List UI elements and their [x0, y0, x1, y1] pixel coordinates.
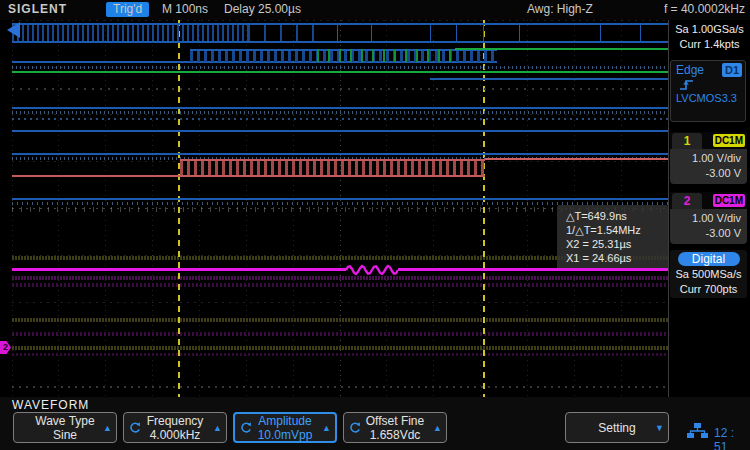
- acquisition-info: Sa 1.00GSa/s Curr 1.4kpts: [669, 22, 750, 52]
- frequency-counter: f = 40.0002kHz: [664, 2, 745, 16]
- softkey-frequency[interactable]: Frequency4.000kHz▲: [123, 412, 227, 443]
- trace-dsel-burst-top: [180, 159, 485, 161]
- trace-d8-line: [12, 198, 668, 200]
- cursor-x2[interactable]: [483, 20, 485, 397]
- lan-network-icon: [684, 422, 710, 440]
- chevron-up-icon: ▲: [103, 423, 112, 433]
- trace-noise-olive-3: [12, 346, 668, 350]
- cursor-x1[interactable]: [178, 20, 180, 397]
- rising-edge-icon: [678, 78, 696, 91]
- channel1-number: 1: [672, 133, 702, 149]
- analog-sample-rate: Sa 1.00GSa/s: [669, 22, 750, 37]
- trace-dot-row-blue: [12, 118, 668, 120]
- trace-d5-line: [12, 107, 668, 109]
- digital-memory-depth: Curr 700pts: [670, 282, 747, 297]
- digital-panel[interactable]: Digital Sa 500MSa/s Curr 700pts: [670, 250, 747, 298]
- awg-output-status: Awg: High-Z: [527, 2, 593, 16]
- channel1-coupling-badge: DC1M: [713, 134, 745, 147]
- trace-d0-burst-med: [248, 23, 318, 42]
- trace-d0-edges: [456, 23, 457, 42]
- cursor-inv-delta-t: 1/△T=1.54MHz: [566, 223, 668, 237]
- cursor-x2: X2 = 25.31µs: [566, 237, 668, 251]
- channel2-position-marker[interactable]: 2: [0, 341, 11, 354]
- chevron-up-icon: ▲: [322, 423, 331, 433]
- trace-d6-line: [12, 130, 668, 132]
- channel1-offset: -3.00 V: [670, 166, 741, 181]
- trace-tick-row-4: [12, 202, 668, 205]
- softkey-label: Wave Type: [35, 414, 94, 428]
- channel1-panel[interactable]: 1 DC1M 1.00 V/div -3.00 V: [670, 132, 747, 184]
- softkey-label: Frequency: [147, 414, 204, 428]
- softkey-amplitude[interactable]: Amplitude10.0mVpp▲: [233, 412, 337, 443]
- trace-noise-magenta-2: [12, 283, 668, 287]
- trace-d0-edges: [371, 23, 372, 42]
- softkey-offset-fine[interactable]: Offset Fine1.658Vdc▲: [343, 412, 447, 443]
- trigger-level-standard: LVCMOS3.3: [676, 92, 745, 104]
- channel2-offset: -3.00 V: [670, 226, 741, 241]
- cursor-x1: X1 = 24.66µs: [566, 251, 668, 265]
- top-status-bar: SIGLENT Trig'd M 100ns Delay 25.00µs Awg…: [0, 0, 750, 20]
- trigger-position-marker-icon[interactable]: [7, 22, 20, 38]
- trace-d2-green-burst: [317, 49, 455, 62]
- trace-ch2-line-left: [12, 268, 346, 271]
- trace-d3-green-line: [12, 71, 668, 73]
- trigger-delay-readout[interactable]: Delay 25.00µs: [224, 2, 301, 16]
- chevron-down-icon: ▼: [655, 423, 664, 433]
- trigger-panel[interactable]: Edge D1 LVCMOS3.3: [670, 60, 746, 122]
- digital-badge: Digital: [678, 252, 740, 266]
- cursor-readout-box: △T=649.9ns 1/△T=1.54MHz X2 = 25.31µs X1 …: [557, 205, 668, 269]
- softkey-wave-type[interactable]: Wave TypeSine▲: [13, 412, 117, 443]
- trace-noise-magenta-3: [12, 332, 668, 336]
- channel2-scale: 1.00 V/div: [670, 211, 741, 226]
- trace-d0-high-rail: [12, 23, 668, 25]
- knob-icon: [348, 421, 361, 434]
- trace-d2-green-high: [455, 48, 668, 50]
- timebase-readout[interactable]: M 100ns: [162, 2, 208, 16]
- trigger-source-badge: D1: [722, 63, 742, 77]
- softkey-label: Offset Fine: [366, 414, 424, 428]
- trace-d0-burst-dense: [12, 23, 248, 42]
- chevron-up-icon: ▲: [213, 423, 222, 433]
- trace-noise-magenta-1: [12, 276, 668, 280]
- trace-dsel-burst-bot: [180, 175, 485, 177]
- trigger-status-badge: Trig'd: [106, 2, 149, 17]
- softkey-setting[interactable]: Setting▼: [565, 412, 669, 443]
- trace-dsel-high-rail: [485, 158, 668, 160]
- channel2-panel[interactable]: 2 DC1M 1.00 V/div -3.00 V: [670, 192, 747, 244]
- siglent-logo: SIGLENT: [8, 2, 67, 16]
- trace-ch2-sine: [346, 263, 398, 277]
- trace-d0-edges: [600, 23, 601, 42]
- trace-dim-dot-row-2: [12, 386, 668, 388]
- right-info-panel: Sa 1.00GSa/s Curr 1.4kpts Edge D1 LVCMOS…: [669, 20, 750, 397]
- trace-d0-low-rail: [12, 41, 668, 43]
- trace-dsel-low-rail: [12, 175, 180, 177]
- softkey-value: 4.000kHz: [150, 428, 201, 442]
- softkey-label: Amplitude: [258, 414, 311, 428]
- clock: 12 : 51: [714, 426, 750, 450]
- knob-icon: [239, 421, 252, 434]
- trace-d7-line: [12, 153, 668, 155]
- menu-title: WAVEFORM: [12, 398, 89, 412]
- trace-dim-dot-row-1: [12, 88, 668, 90]
- trace-d0-edges: [337, 23, 338, 42]
- softkey-label: Setting: [598, 421, 635, 435]
- softkey-value: Sine: [53, 428, 77, 442]
- trace-d0-edges: [483, 23, 484, 42]
- waveform-display: 2 △T=649.9ns 1/△T=1.54MHz X2 = 25.31µs X…: [0, 20, 669, 397]
- channel1-scale: 1.00 V/div: [670, 151, 741, 166]
- trace-ch2-line-right: [398, 268, 668, 271]
- channel2-coupling-badge: DC1M: [713, 194, 745, 207]
- trace-d0-edges: [519, 23, 520, 42]
- softkey-menu-bar: WAVEFORM Wave TypeSine▲Frequency4.000kHz…: [0, 397, 750, 450]
- softkey-value: 10.0mVpp: [258, 428, 313, 442]
- chevron-up-icon: ▲: [433, 423, 442, 433]
- trace-tick-row-2: [12, 111, 668, 114]
- trace-d0-edges: [640, 23, 641, 42]
- trigger-type: Edge: [676, 63, 704, 77]
- trace-noise-olive-2: [12, 318, 668, 322]
- knob-icon: [128, 421, 141, 434]
- channel2-number: 2: [672, 193, 702, 209]
- trace-d4-partial-line: [430, 78, 668, 80]
- cursor-delta-t: △T=649.9ns: [566, 209, 668, 223]
- grid-line: [12, 302, 668, 303]
